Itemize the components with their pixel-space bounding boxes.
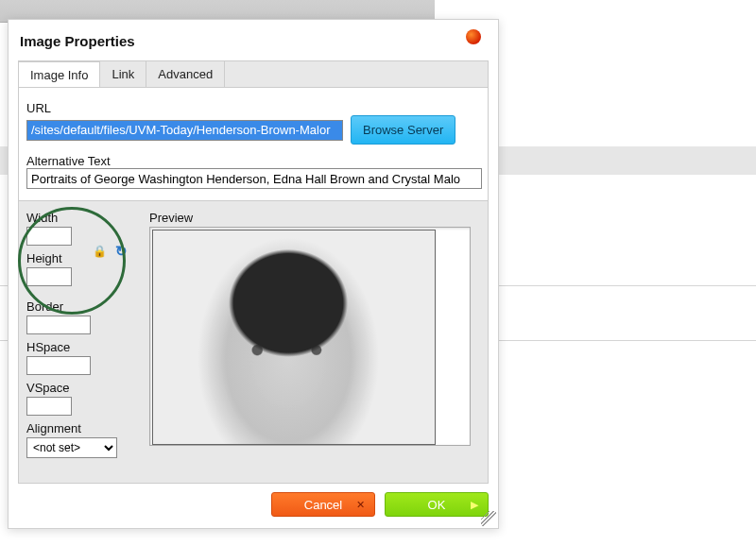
dimension-controls: Width Height 🔒 ↻ Border HSpace	[26, 211, 149, 464]
lock-ratio-icon[interactable]: 🔒	[93, 245, 107, 258]
tab-image-info[interactable]: Image Info	[19, 61, 100, 88]
border-label: Border	[26, 299, 149, 314]
height-input[interactable]	[26, 267, 72, 286]
width-label: Width	[26, 211, 149, 225]
dialog-title: Image Properties	[9, 20, 498, 59]
vspace-label: VSpace	[26, 381, 149, 395]
alt-text-label: Alternative Text	[26, 154, 480, 168]
vspace-input[interactable]	[26, 397, 72, 416]
border-input[interactable]	[26, 316, 91, 334]
hspace-input[interactable]	[26, 356, 91, 375]
tabs: Image Info Link Advanced	[18, 60, 489, 87]
dialog-resize-handle[interactable]	[481, 511, 496, 526]
height-label: Height	[26, 251, 149, 265]
tab-link[interactable]: Link	[100, 61, 146, 87]
cancel-button[interactable]: Cancel ✕	[271, 492, 375, 517]
preview-area: Preview	[149, 211, 472, 452]
ok-button[interactable]: OK ▶	[385, 492, 489, 517]
url-label: URL	[26, 101, 480, 115]
browse-server-button[interactable]: Browse Server	[351, 115, 455, 145]
preview-image	[152, 230, 436, 445]
dialog-footer: Cancel ✕ OK ▶	[18, 490, 489, 519]
preview-label: Preview	[149, 211, 472, 225]
top-fields: URL Browse Server Alternative Text	[19, 88, 488, 201]
alignment-select[interactable]: <not set>	[26, 437, 117, 458]
width-input[interactable]	[26, 227, 72, 246]
hspace-label: HSpace	[26, 340, 149, 354]
preview-box	[149, 227, 471, 446]
ok-button-label: OK	[428, 498, 446, 512]
alignment-label: Alignment	[26, 421, 149, 435]
lower-panel: Width Height 🔒 ↻ Border HSpace	[19, 203, 488, 483]
tab-advanced[interactable]: Advanced	[146, 61, 225, 87]
close-icon[interactable]	[466, 29, 481, 44]
tab-panel: URL Browse Server Alternative Text Width…	[18, 87, 489, 484]
image-properties-dialog: Image Properties Image Info Link Advance…	[8, 19, 499, 529]
cancel-arrow-icon: ✕	[356, 499, 365, 511]
cancel-button-label: Cancel	[304, 498, 342, 512]
ok-arrow-icon: ▶	[471, 499, 478, 511]
alt-text-input[interactable]	[26, 168, 482, 189]
url-input[interactable]	[26, 120, 343, 141]
reset-size-icon[interactable]: ↻	[115, 243, 128, 260]
